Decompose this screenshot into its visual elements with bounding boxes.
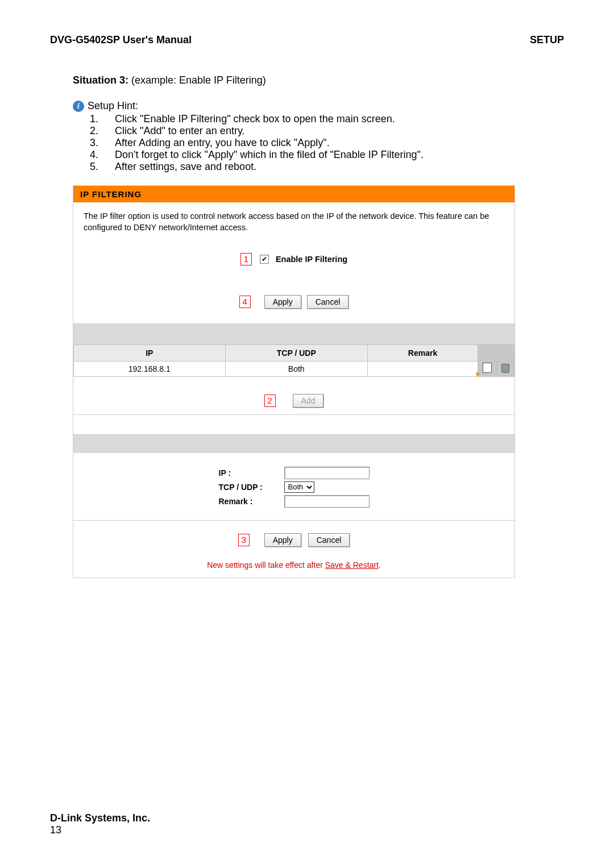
hint-num-5: 5. xyxy=(90,161,115,173)
page-number: 13 xyxy=(50,824,150,836)
callout-1: 1 xyxy=(240,253,252,265)
table-row: 192.168.8.1 Both xyxy=(74,361,515,376)
apply-button-bottom[interactable]: Apply xyxy=(264,533,301,547)
remark-label: Remark : xyxy=(219,497,284,506)
restart-notice: New settings will take effect after Save… xyxy=(73,557,515,578)
cell-ip: 192.168.8.1 xyxy=(74,361,226,376)
notice-suffix: . xyxy=(379,560,381,570)
th-proto: TCP / UDP xyxy=(225,344,368,361)
situation-text: (example: Enable IP Filtering) xyxy=(128,74,266,86)
hint-item-5: After settings, save and reboot. xyxy=(115,161,256,173)
th-delete xyxy=(496,344,515,361)
callout-2: 2 xyxy=(264,394,276,407)
hint-num-3: 3. xyxy=(90,137,115,149)
page-footer: D-Link Systems, Inc. 13 xyxy=(50,812,150,836)
th-edit xyxy=(478,344,496,361)
hint-num-1: 1. xyxy=(90,113,115,125)
hint-title: Setup Hint: xyxy=(88,100,138,112)
footer-company: D-Link Systems, Inc. xyxy=(50,812,150,824)
panel-title: IP FILTERING xyxy=(73,186,515,202)
hint-num-4: 4. xyxy=(90,149,115,161)
notice-prefix: New settings will take effect after xyxy=(207,560,325,570)
cancel-button-top[interactable]: Cancel xyxy=(307,295,349,309)
apply-button-top[interactable]: Apply xyxy=(264,295,301,309)
divider-gray-2 xyxy=(73,435,515,453)
proto-label: TCP / UDP : xyxy=(219,483,284,492)
delete-icon[interactable] xyxy=(500,363,511,373)
th-ip: IP xyxy=(74,344,226,361)
panel-description: The IP filter option is used to control … xyxy=(73,202,515,239)
enable-ip-filtering-checkbox[interactable]: ✔ xyxy=(260,255,269,264)
hint-item-4: Don't forget to click "Apply" which in t… xyxy=(115,149,424,161)
ip-input[interactable] xyxy=(284,467,370,479)
hint-num-2: 2. xyxy=(90,125,115,137)
page-header: DVG-G5402SP User's Manual SETUP xyxy=(50,34,564,46)
edit-icon[interactable] xyxy=(482,363,493,373)
header-left: DVG-G5402SP User's Manual xyxy=(50,34,192,46)
hint-item-2: Click "Add" to enter an entry. xyxy=(115,125,245,137)
situation-line: Situation 3: (example: Enable IP Filteri… xyxy=(73,74,564,86)
divider-gray-1 xyxy=(73,324,515,344)
enable-ip-filtering-label: Enable IP Filtering xyxy=(276,255,347,264)
callout-4: 4 xyxy=(239,296,251,308)
add-button[interactable]: Add xyxy=(293,394,324,408)
info-icon: i xyxy=(73,101,84,112)
ip-label: IP : xyxy=(219,468,284,477)
remark-input[interactable] xyxy=(284,495,370,508)
th-remark: Remark xyxy=(368,344,478,361)
save-restart-link[interactable]: Save & Restart xyxy=(325,560,379,570)
hint-item-3: After Adding an entry, you have to click… xyxy=(115,137,330,149)
hint-item-1: Click "Enable IP Filtering" check box to… xyxy=(115,113,395,125)
proto-select[interactable]: Both xyxy=(284,481,314,493)
situation-prefix: Situation 3: xyxy=(73,74,128,86)
cell-remark xyxy=(368,361,478,376)
callout-3: 3 xyxy=(238,534,250,546)
ip-filter-table: IP TCP / UDP Remark 192.168.8.1 Both xyxy=(73,344,515,377)
ip-filtering-panel: IP FILTERING The IP filter option is use… xyxy=(73,185,515,578)
cancel-button-bottom[interactable]: Cancel xyxy=(308,533,350,547)
hint-block: i Setup Hint: 1.Click "Enable IP Filteri… xyxy=(73,100,564,173)
header-right: SETUP xyxy=(530,34,564,46)
cell-proto: Both xyxy=(225,361,368,376)
table-header-row: IP TCP / UDP Remark xyxy=(74,344,515,361)
